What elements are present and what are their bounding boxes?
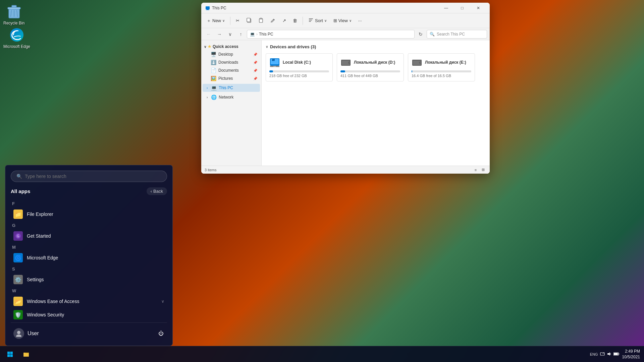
letter-s: S xyxy=(11,264,167,273)
list-view-button[interactable]: ≡ xyxy=(472,167,479,173)
svg-rect-15 xyxy=(247,18,250,22)
svg-rect-52 xyxy=(614,353,618,355)
taskbar: ENG xyxy=(0,346,644,362)
view-chevron-icon: ∨ xyxy=(349,19,352,22)
copy-button[interactable] xyxy=(244,16,254,25)
app-get-started[interactable]: G Get Started xyxy=(11,229,167,243)
back-button[interactable]: ‹ Back xyxy=(147,187,167,195)
windows-security-icon: 🛡️ xyxy=(13,310,23,319)
drive-e-free: 16.4 GB free of 16.5 GB xyxy=(412,74,471,78)
cut-button[interactable]: ✂ xyxy=(233,17,242,24)
fe-window-controls: — □ ✕ xyxy=(439,3,486,13)
svg-rect-31 xyxy=(273,66,276,67)
taskbar-clock[interactable]: 2:49 PM 10/5/2021 xyxy=(622,349,640,360)
pictures-sidebar-icon: 🖼️ xyxy=(211,76,216,81)
up-dir-button[interactable]: ↑ xyxy=(236,29,246,39)
sidebar-item-documents[interactable]: 📄 Documents 📌 xyxy=(203,66,260,74)
recycle-bin-graphic xyxy=(6,3,22,19)
app-settings-label: Settings xyxy=(27,277,44,282)
more-button[interactable]: ··· xyxy=(356,17,365,24)
search-glass-icon: 🔍 xyxy=(430,32,435,37)
drive-e-icon xyxy=(412,57,422,68)
taskbar-file-explorer-button[interactable] xyxy=(19,347,34,362)
sidebar-item-downloads[interactable]: ⬇️ Downloads 📌 xyxy=(203,58,260,66)
sidebar-item-desktop[interactable]: 🖥️ Desktop 📌 xyxy=(203,50,260,58)
sort-chevron-icon: ∨ xyxy=(324,19,327,22)
close-button[interactable]: ✕ xyxy=(471,3,486,13)
svg-rect-13 xyxy=(206,10,209,10)
start-search-input[interactable] xyxy=(25,174,161,179)
edge-desktop-icon[interactable]: Microsoft Edge xyxy=(3,27,30,49)
fe-main-content: ∨ Devices and drives (3) xyxy=(262,40,490,166)
new-plus-icon: ＋ xyxy=(207,18,211,24)
fe-search-bar[interactable]: 🔍 Search This PC xyxy=(427,30,487,39)
sort-label: Sort xyxy=(315,18,323,23)
recycle-bin-icon[interactable]: Recycle Bin xyxy=(3,3,24,25)
app-file-explorer-label: File Explorer xyxy=(27,212,53,217)
refresh-button[interactable]: ↻ xyxy=(416,29,425,39)
sidebar-item-network[interactable]: › 🌐 Network xyxy=(203,93,260,101)
drive-card-e[interactable]: Локальный диск (E:) 16.4 GB free of 16.5… xyxy=(408,53,475,81)
drive-c-bar-container xyxy=(269,70,329,72)
drive-c-header: Local Disk (C:) xyxy=(269,57,329,68)
sidebar-network-label: Network xyxy=(219,95,233,100)
start-search-bar[interactable]: 🔍 xyxy=(11,171,167,182)
edge-desktop-label: Microsoft Edge xyxy=(3,44,30,49)
path-label: This PC xyxy=(259,32,273,37)
toolbar-separator-1 xyxy=(230,17,230,25)
sort-button[interactable]: Sort ∨ xyxy=(306,16,329,25)
app-settings[interactable]: ⚙️ Settings xyxy=(11,273,167,286)
drive-d-header: Локальный диск (D:) xyxy=(340,57,400,68)
fe-statusbar: 3 items ≡ ⊞ xyxy=(201,166,490,174)
windows-logo-icon xyxy=(7,351,13,357)
app-windows-ease[interactable]: 📂 Windows Ease of Access ∨ xyxy=(11,295,167,308)
svg-rect-44 xyxy=(7,354,10,357)
svg-rect-47 xyxy=(23,353,29,357)
fe-sidebar: ∨ ★ Quick access 🖥️ Desktop 📌 ⬇️ Downloa… xyxy=(201,40,262,166)
maximize-button[interactable]: □ xyxy=(455,3,470,13)
rename-button[interactable] xyxy=(268,16,278,25)
items-count-label: 3 items xyxy=(205,168,216,172)
sidebar-pictures-label: Pictures xyxy=(218,76,233,81)
power-button[interactable]: ⏻ xyxy=(155,327,167,340)
app-microsoft-edge[interactable]: 🌀 Microsoft Edge xyxy=(11,251,167,264)
drive-c-info: Local Disk (C:) xyxy=(283,60,311,65)
pin-icon-documents: 📌 xyxy=(253,69,257,72)
app-file-explorer[interactable]: 📁 File Explorer xyxy=(11,207,167,221)
letter-m: M xyxy=(11,243,167,251)
svg-rect-11 xyxy=(206,6,210,9)
delete-button[interactable]: 🗑 xyxy=(290,17,300,24)
back-nav-button[interactable]: ← xyxy=(204,29,213,39)
drive-d-info: Локальный диск (D:) xyxy=(354,60,395,65)
share-button[interactable]: ↗ xyxy=(280,17,289,24)
sidebar-item-pictures[interactable]: 🖼️ Pictures 📌 xyxy=(203,74,260,82)
app-windows-security-label: Windows Security xyxy=(27,312,64,317)
file-explorer-icon: 📁 xyxy=(13,209,23,219)
paste-button[interactable] xyxy=(256,16,266,25)
drives-section-header[interactable]: ∨ Devices and drives (3) xyxy=(266,44,486,49)
grid-view-button[interactable]: ⊞ xyxy=(480,167,486,173)
quick-access-star-icon: ★ xyxy=(208,44,211,49)
view-button[interactable]: ⊞ View ∨ xyxy=(331,17,354,24)
quick-access-header[interactable]: ∨ ★ Quick access xyxy=(201,43,261,50)
sound-icon xyxy=(607,352,611,357)
recent-locations-button[interactable]: ∨ xyxy=(225,29,235,39)
new-button[interactable]: ＋ New ∨ xyxy=(204,16,227,25)
sidebar-item-this-pc[interactable]: › 💻 This PC xyxy=(203,84,260,92)
drive-card-c[interactable]: Local Disk (C:) 218 GB free of 232 GB xyxy=(266,53,333,81)
forward-nav-button[interactable]: → xyxy=(215,29,224,39)
user-button[interactable]: User xyxy=(11,327,42,340)
taskbar-right: ENG xyxy=(590,349,644,360)
start-button[interactable] xyxy=(3,347,17,362)
back-label: Back xyxy=(153,189,163,194)
app-windows-security[interactable]: 🛡️ Windows Security xyxy=(11,308,167,321)
drive-card-d[interactable]: Локальный диск (D:) 411 GB free of 449 G… xyxy=(337,53,404,81)
pin-icon-desktop: 📌 xyxy=(253,53,257,56)
language-indicator: ENG xyxy=(590,352,598,356)
svg-rect-36 xyxy=(341,60,351,61)
minimize-button[interactable]: — xyxy=(439,3,453,13)
fe-path-bar[interactable]: 💻 › This PC xyxy=(247,30,415,39)
svg-rect-45 xyxy=(10,354,13,357)
cut-icon: ✂ xyxy=(236,18,239,23)
svg-point-9 xyxy=(17,331,20,334)
